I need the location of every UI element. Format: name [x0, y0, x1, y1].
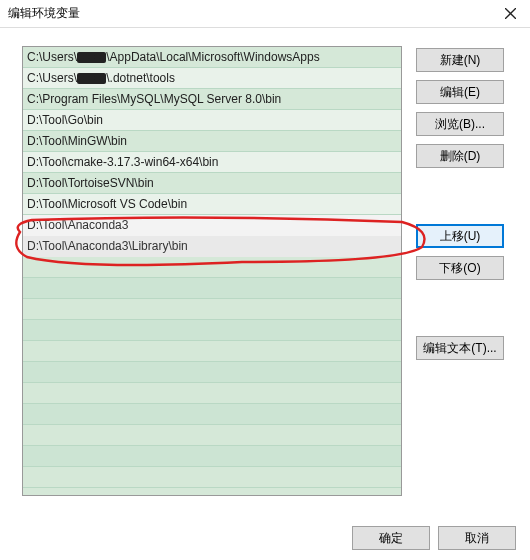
- list-item: [23, 362, 401, 383]
- path-list[interactable]: C:\Users\=====\AppData\Local\Microsoft\W…: [22, 46, 402, 496]
- list-item: [23, 257, 401, 278]
- cancel-button[interactable]: 取消: [438, 526, 516, 550]
- titlebar: 编辑环境变量: [0, 0, 530, 28]
- new-button[interactable]: 新建(N): [416, 48, 504, 72]
- close-button[interactable]: [490, 0, 530, 28]
- spacer: [416, 288, 504, 328]
- list-item[interactable]: D:\Tool\Anaconda3: [23, 215, 401, 236]
- button-column: 新建(N) 编辑(E) 浏览(B)... 删除(D) 上移(U) 下移(O) 编…: [416, 46, 504, 496]
- list-item[interactable]: C:\Program Files\MySQL\MySQL Server 8.0\…: [23, 89, 401, 110]
- list-item[interactable]: D:\Tool\MinGW\bin: [23, 131, 401, 152]
- list-item: [23, 404, 401, 425]
- content-area: C:\Users\=====\AppData\Local\Microsoft\W…: [0, 28, 530, 506]
- edit-button[interactable]: 编辑(E): [416, 80, 504, 104]
- browse-button[interactable]: 浏览(B)...: [416, 112, 504, 136]
- ok-button[interactable]: 确定: [352, 526, 430, 550]
- list-item[interactable]: D:\Tool\TortoiseSVN\bin: [23, 173, 401, 194]
- list-item: [23, 278, 401, 299]
- list-item[interactable]: D:\Tool\cmake-3.17.3-win64-x64\bin: [23, 152, 401, 173]
- list-item[interactable]: D:\Tool\Anaconda3\Library\bin: [23, 236, 401, 257]
- edittext-button[interactable]: 编辑文本(T)...: [416, 336, 504, 360]
- list-item: [23, 341, 401, 362]
- movedown-button[interactable]: 下移(O): [416, 256, 504, 280]
- window-title: 编辑环境变量: [8, 5, 80, 22]
- footer: 确定 取消: [352, 526, 516, 550]
- list-item: [23, 299, 401, 320]
- list-item[interactable]: D:\Tool\Go\bin: [23, 110, 401, 131]
- list-item[interactable]: C:\Users\=====\.dotnet\tools: [23, 68, 401, 89]
- list-item[interactable]: D:\Tool\Microsoft VS Code\bin: [23, 194, 401, 215]
- list-item: [23, 446, 401, 467]
- moveup-button[interactable]: 上移(U): [416, 224, 504, 248]
- list-item[interactable]: C:\Users\=====\AppData\Local\Microsoft\W…: [23, 47, 401, 68]
- list-item: [23, 383, 401, 404]
- spacer: [416, 176, 504, 216]
- list-item: [23, 320, 401, 341]
- close-icon: [505, 8, 516, 19]
- list-item: [23, 425, 401, 446]
- list-item: [23, 467, 401, 488]
- delete-button[interactable]: 删除(D): [416, 144, 504, 168]
